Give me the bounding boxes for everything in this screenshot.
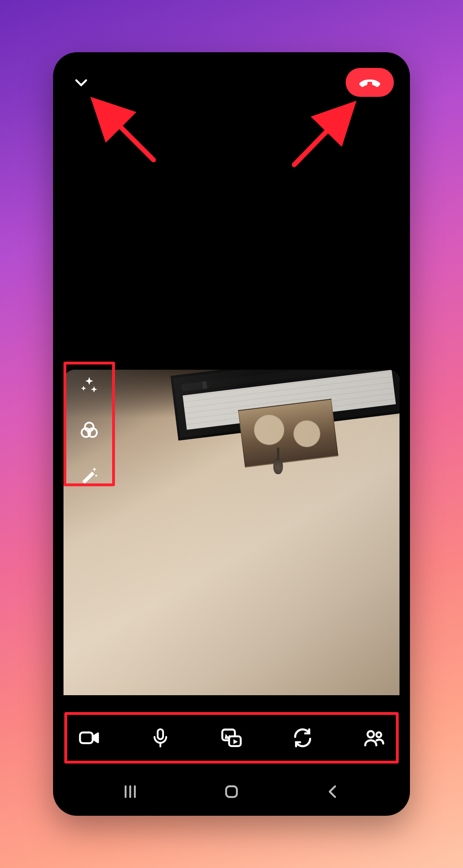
call-toolbar: [69, 717, 394, 759]
svg-line-1: [294, 107, 350, 165]
self-camera-preview[interactable]: [64, 370, 399, 695]
svg-rect-7: [158, 729, 163, 739]
svg-line-0: [96, 103, 154, 160]
hangup-icon: [358, 71, 381, 94]
toggle-video-button[interactable]: [69, 718, 109, 758]
microphone-icon: [150, 727, 171, 749]
recents-icon: [121, 782, 139, 801]
call-topbar: [53, 64, 410, 100]
magic-wand-icon: [79, 464, 100, 485]
filters-icon: [79, 420, 100, 440]
svg-rect-5: [82, 471, 95, 484]
toggle-mic-button[interactable]: [140, 718, 180, 758]
filters-effect-button[interactable]: [73, 414, 105, 446]
people-icon: [362, 726, 386, 750]
add-people-button[interactable]: [354, 718, 394, 758]
annotation-arrow-minimize: [85, 92, 162, 168]
svg-point-12: [377, 733, 381, 737]
arrow-icon: [286, 96, 363, 173]
svg-rect-16: [226, 786, 237, 797]
switch-camera-button[interactable]: [283, 718, 323, 758]
svg-point-11: [368, 731, 374, 737]
phone-frame: [53, 52, 410, 816]
nav-recents-button[interactable]: [106, 780, 154, 804]
magic-wand-effect-button[interactable]: [73, 458, 105, 490]
switch-camera-icon: [291, 727, 314, 749]
effects-rail: [70, 370, 109, 490]
media-share-icon: [220, 726, 243, 749]
home-icon: [222, 782, 241, 801]
preview-light-prop: [64, 370, 399, 695]
sparkles-effect-button[interactable]: [73, 370, 105, 402]
annotation-arrow-hangup: [286, 96, 363, 173]
svg-rect-6: [80, 733, 92, 743]
share-media-button[interactable]: [211, 718, 252, 758]
chevron-down-icon: [73, 74, 90, 91]
system-navbar: [53, 778, 410, 805]
gradient-background: [0, 0, 463, 868]
nav-back-button[interactable]: [309, 780, 357, 804]
nav-home-button[interactable]: [207, 780, 256, 804]
minimize-call-button[interactable]: [69, 70, 93, 94]
sparkles-icon: [79, 375, 100, 396]
video-camera-icon: [78, 726, 101, 749]
end-call-button[interactable]: [346, 68, 394, 97]
arrow-icon: [85, 92, 162, 168]
back-icon: [324, 782, 342, 801]
